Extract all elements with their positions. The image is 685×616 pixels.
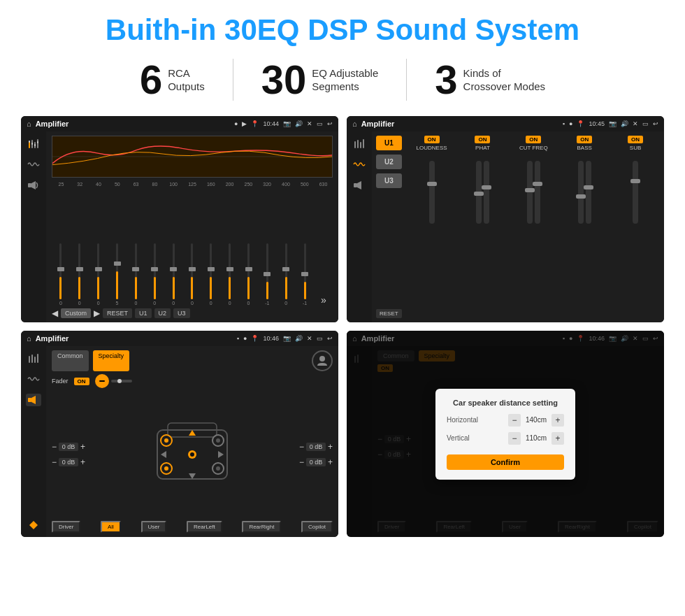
svg-rect-21 (28, 398, 31, 402)
crossover-sidebar-speaker-icon[interactable] (352, 179, 367, 192)
eq-slider-5[interactable]: 0 (127, 189, 145, 306)
bass-slider-f[interactable] (578, 161, 584, 224)
fader-sidebar-speaker-icon[interactable] (26, 394, 41, 406)
fader-title: Amplifier (36, 334, 233, 343)
vol-fl-val: 0 dB (59, 443, 78, 451)
svg-rect-11 (354, 141, 356, 148)
bass-slider-g[interactable] (586, 161, 591, 224)
eq-slider-4[interactable]: 5 (108, 189, 127, 306)
dialog-horizontal-plus-btn[interactable]: + (551, 414, 564, 427)
svg-rect-18 (31, 354, 33, 363)
fader-toggle-icon[interactable] (95, 374, 109, 388)
eq-sidebar-wave-icon[interactable] (26, 158, 41, 171)
fader-tab-common[interactable]: Common (52, 350, 89, 371)
eq-volume-icon: 🔊 (295, 120, 303, 127)
eq-back-icon[interactable]: ↩ (327, 120, 333, 127)
eq-slider-2[interactable]: 0 (71, 189, 89, 306)
fader-copilot-btn[interactable]: Copilot (301, 521, 333, 533)
eq-next-btn[interactable]: ▶ (94, 308, 100, 318)
crossover-back-icon[interactable]: ↩ (653, 120, 658, 127)
sub-on-badge[interactable]: ON (628, 136, 643, 143)
loudness-on-badge[interactable]: ON (424, 136, 440, 143)
fader-rearright-btn[interactable]: RearRight (242, 521, 281, 533)
eq-slider-11[interactable]: 0 (240, 189, 258, 306)
vol-fr-plus[interactable]: + (328, 442, 333, 452)
fader-sidebar-arrows-icon[interactable] (26, 519, 41, 531)
crossover-presets: U1 U2 U3 RESET (376, 136, 402, 318)
eq-label-630: 630 (314, 182, 333, 187)
vol-fr-val: 0 dB (306, 443, 326, 451)
eq-sidebar-speaker-icon[interactable] (26, 179, 41, 192)
crossover-camera-icon: 📷 (609, 120, 616, 127)
svg-rect-12 (357, 140, 359, 148)
fader-home-icon[interactable]: ⌂ (27, 334, 31, 343)
eq-slider-8[interactable]: 0 (183, 189, 201, 306)
eq-slider-12[interactable]: -1 (258, 189, 276, 306)
svg-rect-17 (29, 356, 30, 363)
fader-x-icon: ✕ (307, 335, 312, 342)
fader-driver-btn[interactable]: Driver (52, 521, 80, 533)
eq-slider-1[interactable]: 0 (52, 189, 70, 306)
crossover-sidebar-wave-icon[interactable] (352, 158, 367, 171)
eq-u2-btn[interactable]: U2 (154, 308, 171, 318)
dialog-vertical-minus-btn[interactable]: − (508, 432, 521, 445)
dialog-vertical-plus-btn[interactable]: + (551, 432, 564, 445)
eq-custom-btn[interactable]: Custom (61, 308, 91, 318)
fader-user-btn[interactable]: User (141, 521, 167, 533)
eq-reset-btn[interactable]: RESET (103, 308, 132, 318)
dialog-horizontal-minus-btn[interactable]: − (508, 414, 521, 427)
eq-label-50: 50 (108, 182, 127, 187)
bass-on-badge[interactable]: ON (577, 136, 592, 143)
fader-slider-bar[interactable] (111, 380, 132, 382)
eq-home-icon[interactable]: ⌂ (27, 120, 31, 128)
stat-rca: 6 RCA Outputs (112, 59, 233, 100)
eq-slider-14[interactable]: -1 (296, 189, 314, 306)
sub-slider[interactable] (633, 161, 638, 224)
crossover-home-icon[interactable]: ⌂ (352, 120, 357, 128)
vol-rr-minus[interactable]: − (299, 457, 304, 467)
fader-tab-specialty[interactable]: Specialty (93, 350, 130, 371)
eq-slider-9[interactable]: 0 (202, 189, 220, 306)
crossover-u1-btn[interactable]: U1 (376, 136, 402, 150)
fader-rearleft-btn[interactable]: RearLeft (187, 521, 222, 533)
eq-slider-10[interactable]: 0 (221, 189, 239, 306)
fader-back-icon[interactable]: ↩ (327, 335, 333, 342)
crossover-sidebar-eq-icon[interactable] (352, 137, 367, 150)
phat-slider-f[interactable] (484, 161, 489, 224)
eq-slider-13[interactable]: 0 (277, 189, 295, 306)
fader-all-btn[interactable]: All (101, 521, 121, 533)
cutfreq-slider-g[interactable] (535, 161, 540, 224)
eq-prev-btn[interactable]: ◀ (52, 308, 58, 318)
vol-fl-minus[interactable]: − (52, 442, 57, 452)
loudness-slider[interactable] (429, 161, 435, 224)
eq-slider-7[interactable]: 0 (164, 189, 182, 306)
eq-slider-more[interactable]: » (315, 189, 333, 306)
eq-u1-btn[interactable]: U1 (135, 308, 152, 318)
vol-fr-minus[interactable]: − (299, 442, 304, 452)
eq-slider-3[interactable]: 0 (89, 189, 108, 306)
fader-sidebar-eq-icon[interactable] (26, 352, 41, 364)
channel-loudness: ON LOUDNESS (408, 136, 456, 318)
eq-slider-6[interactable]: 0 (145, 189, 164, 306)
fader-profile-icon[interactable] (312, 350, 333, 371)
cutfreq-slider-f[interactable] (527, 161, 533, 224)
page-title: Buith-in 30EQ DSP Sound System (21, 14, 664, 46)
vol-rl-plus[interactable]: + (80, 457, 85, 467)
vol-rl-minus[interactable]: − (52, 457, 57, 467)
phat-on-badge[interactable]: ON (475, 136, 490, 143)
svg-rect-14 (363, 139, 364, 148)
fader-on-badge[interactable]: ON (74, 378, 89, 385)
crossover-u3-btn[interactable]: U3 (376, 173, 402, 188)
eq-sidebar-equalizer-icon[interactable] (26, 137, 41, 150)
dialog-confirm-btn[interactable]: Confirm (447, 454, 564, 470)
eq-label-80: 80 (145, 182, 164, 187)
phat-slider-g[interactable] (476, 161, 482, 224)
car-diagram (89, 391, 295, 518)
fader-sidebar-wave-icon[interactable] (26, 373, 41, 385)
eq-u3-btn[interactable]: U3 (173, 308, 190, 318)
crossover-u2-btn[interactable]: U2 (376, 155, 402, 169)
vol-fl-plus[interactable]: + (80, 442, 85, 452)
crossover-reset-btn[interactable]: RESET (376, 309, 402, 318)
vol-rr-plus[interactable]: + (328, 457, 333, 467)
cutfreq-on-badge[interactable]: ON (526, 136, 541, 143)
